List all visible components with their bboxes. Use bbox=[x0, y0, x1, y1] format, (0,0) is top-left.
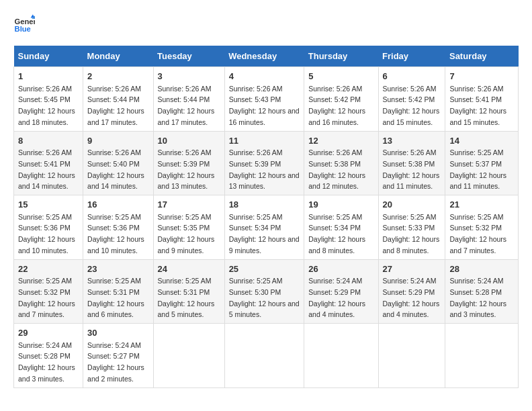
calendar-cell: 13 Sunrise: 5:26 AM Sunset: 5:38 PM Dayl… bbox=[378, 131, 445, 195]
daylight-label: Daylight: 12 hours and 2 minutes. bbox=[87, 363, 144, 383]
week-row-4: 22 Sunrise: 5:25 AM Sunset: 5:32 PM Dayl… bbox=[14, 259, 519, 324]
column-header-sunday: Sunday bbox=[14, 46, 83, 67]
day-number: 21 bbox=[449, 198, 514, 212]
calendar-cell bbox=[445, 324, 519, 388]
calendar-cell: 27 Sunrise: 5:24 AM Sunset: 5:29 PM Dayl… bbox=[378, 259, 445, 324]
sunset-info: Sunset: 5:34 PM bbox=[308, 224, 361, 232]
daylight-label: Daylight: 12 hours and 17 minutes. bbox=[87, 107, 144, 126]
calendar-cell: 25 Sunrise: 5:25 AM Sunset: 5:30 PM Dayl… bbox=[224, 259, 304, 324]
sunset-info: Sunset: 5:37 PM bbox=[449, 160, 502, 168]
sunrise-info: Sunrise: 5:26 AM bbox=[383, 148, 437, 156]
calendar-cell bbox=[153, 324, 224, 388]
sunset-info: Sunset: 5:38 PM bbox=[308, 160, 361, 168]
calendar-cell: 26 Sunrise: 5:24 AM Sunset: 5:29 PM Dayl… bbox=[304, 259, 378, 324]
day-number: 27 bbox=[383, 263, 441, 276]
day-number: 17 bbox=[158, 198, 220, 212]
sunrise-info: Sunrise: 5:26 AM bbox=[449, 85, 503, 93]
sunset-info: Sunset: 5:38 PM bbox=[383, 160, 435, 168]
sunrise-info: Sunrise: 5:24 AM bbox=[449, 277, 503, 285]
sunrise-info: Sunrise: 5:24 AM bbox=[383, 277, 437, 285]
calendar-cell: 3 Sunrise: 5:26 AM Sunset: 5:44 PM Dayli… bbox=[153, 67, 224, 132]
sunrise-info: Sunrise: 5:25 AM bbox=[449, 148, 503, 156]
day-number: 22 bbox=[18, 263, 79, 276]
calendar-cell: 19 Sunrise: 5:25 AM Sunset: 5:34 PM Dayl… bbox=[304, 195, 378, 260]
calendar-cell: 24 Sunrise: 5:25 AM Sunset: 5:31 PM Dayl… bbox=[153, 259, 224, 324]
sunset-info: Sunset: 5:31 PM bbox=[87, 288, 140, 296]
daylight-label: Daylight: 12 hours and 12 minutes. bbox=[308, 171, 365, 191]
calendar-cell: 8 Sunrise: 5:26 AM Sunset: 5:41 PM Dayli… bbox=[14, 131, 83, 195]
calendar-cell: 2 Sunrise: 5:26 AM Sunset: 5:44 PM Dayli… bbox=[83, 67, 153, 132]
calendar-cell: 28 Sunrise: 5:24 AM Sunset: 5:28 PM Dayl… bbox=[445, 259, 519, 324]
sunrise-info: Sunrise: 5:25 AM bbox=[18, 277, 72, 285]
calendar-cell: 21 Sunrise: 5:25 AM Sunset: 5:32 PM Dayl… bbox=[445, 195, 519, 260]
sunset-info: Sunset: 5:39 PM bbox=[229, 160, 281, 168]
day-number: 24 bbox=[158, 263, 220, 276]
calendar-cell: 9 Sunrise: 5:26 AM Sunset: 5:40 PM Dayli… bbox=[83, 131, 153, 195]
daylight-label: Daylight: 12 hours and 8 minutes. bbox=[383, 235, 440, 255]
daylight-label: Daylight: 12 hours and 18 minutes. bbox=[18, 107, 75, 126]
sunrise-info: Sunrise: 5:24 AM bbox=[87, 341, 141, 349]
sunrise-info: Sunrise: 5:26 AM bbox=[229, 148, 283, 156]
day-number: 19 bbox=[308, 198, 373, 212]
sunrise-info: Sunrise: 5:25 AM bbox=[158, 213, 212, 221]
day-number: 12 bbox=[308, 134, 373, 148]
daylight-label: Daylight: 12 hours and 17 minutes. bbox=[158, 107, 215, 126]
calendar-cell: 1 Sunrise: 5:26 AM Sunset: 5:45 PM Dayli… bbox=[14, 67, 83, 132]
sunset-info: Sunset: 5:30 PM bbox=[229, 288, 281, 296]
calendar-cell: 15 Sunrise: 5:25 AM Sunset: 5:36 PM Dayl… bbox=[14, 195, 83, 260]
daylight-label: Daylight: 12 hours and 4 minutes. bbox=[383, 300, 440, 319]
sunrise-info: Sunrise: 5:25 AM bbox=[229, 277, 283, 285]
sunrise-info: Sunrise: 5:26 AM bbox=[87, 148, 141, 156]
sunrise-info: Sunrise: 5:24 AM bbox=[308, 277, 362, 285]
sunrise-info: Sunrise: 5:26 AM bbox=[308, 148, 362, 156]
day-number: 10 bbox=[158, 134, 220, 148]
sunset-info: Sunset: 5:34 PM bbox=[229, 224, 281, 232]
day-number: 25 bbox=[229, 263, 300, 276]
sunrise-info: Sunrise: 5:25 AM bbox=[87, 213, 141, 221]
day-number: 14 bbox=[449, 134, 514, 148]
sunrise-info: Sunrise: 5:26 AM bbox=[383, 85, 437, 93]
sunrise-info: Sunrise: 5:25 AM bbox=[308, 213, 362, 221]
column-header-monday: Monday bbox=[83, 46, 153, 67]
calendar-cell bbox=[378, 324, 445, 388]
sunset-info: Sunset: 5:36 PM bbox=[87, 224, 140, 232]
day-number: 23 bbox=[87, 263, 148, 276]
sunset-info: Sunset: 5:35 PM bbox=[158, 224, 210, 232]
sunrise-info: Sunrise: 5:26 AM bbox=[229, 85, 283, 93]
calendar-cell: 20 Sunrise: 5:25 AM Sunset: 5:33 PM Dayl… bbox=[378, 195, 445, 260]
sunset-info: Sunset: 5:29 PM bbox=[308, 288, 361, 296]
daylight-label: Daylight: 12 hours and 3 minutes. bbox=[18, 363, 75, 383]
daylight-label: Daylight: 12 hours and 11 minutes. bbox=[449, 171, 506, 191]
sunrise-info: Sunrise: 5:25 AM bbox=[87, 277, 141, 285]
calendar-cell: 29 Sunrise: 5:24 AM Sunset: 5:28 PM Dayl… bbox=[14, 324, 83, 388]
sunset-info: Sunset: 5:33 PM bbox=[383, 224, 435, 232]
column-header-saturday: Saturday bbox=[445, 46, 519, 67]
sunset-info: Sunset: 5:44 PM bbox=[87, 95, 140, 103]
week-row-5: 29 Sunrise: 5:24 AM Sunset: 5:28 PM Dayl… bbox=[14, 324, 519, 388]
calendar-cell: 11 Sunrise: 5:26 AM Sunset: 5:39 PM Dayl… bbox=[224, 131, 304, 195]
sunrise-info: Sunrise: 5:25 AM bbox=[449, 213, 503, 221]
daylight-label: Daylight: 12 hours and 11 minutes. bbox=[383, 171, 440, 191]
calendar-cell: 7 Sunrise: 5:26 AM Sunset: 5:41 PM Dayli… bbox=[445, 67, 519, 132]
page-header: General Blue bbox=[13, 13, 519, 35]
column-header-wednesday: Wednesday bbox=[224, 46, 304, 67]
column-header-friday: Friday bbox=[378, 46, 445, 67]
sunrise-info: Sunrise: 5:25 AM bbox=[158, 277, 212, 285]
daylight-label: Daylight: 12 hours and 7 minutes. bbox=[449, 235, 506, 255]
daylight-label: Daylight: 12 hours and 3 minutes. bbox=[449, 300, 506, 319]
sunset-info: Sunset: 5:31 PM bbox=[158, 288, 210, 296]
sunset-info: Sunset: 5:32 PM bbox=[449, 224, 502, 232]
daylight-label: Daylight: 12 hours and 5 minutes. bbox=[229, 300, 300, 319]
logo-icon: General Blue bbox=[13, 13, 35, 35]
calendar-cell: 18 Sunrise: 5:25 AM Sunset: 5:34 PM Dayl… bbox=[224, 195, 304, 260]
daylight-label: Daylight: 12 hours and 10 minutes. bbox=[18, 235, 75, 255]
calendar-cell bbox=[304, 324, 378, 388]
sunset-info: Sunset: 5:43 PM bbox=[229, 95, 281, 103]
sunrise-info: Sunrise: 5:26 AM bbox=[18, 85, 72, 93]
day-number: 16 bbox=[87, 198, 148, 212]
sunrise-info: Sunrise: 5:26 AM bbox=[308, 85, 362, 93]
logo: General Blue bbox=[13, 13, 35, 35]
daylight-label: Daylight: 12 hours and 15 minutes. bbox=[449, 107, 506, 126]
week-row-3: 15 Sunrise: 5:25 AM Sunset: 5:36 PM Dayl… bbox=[14, 195, 519, 260]
sunrise-info: Sunrise: 5:26 AM bbox=[18, 148, 72, 156]
